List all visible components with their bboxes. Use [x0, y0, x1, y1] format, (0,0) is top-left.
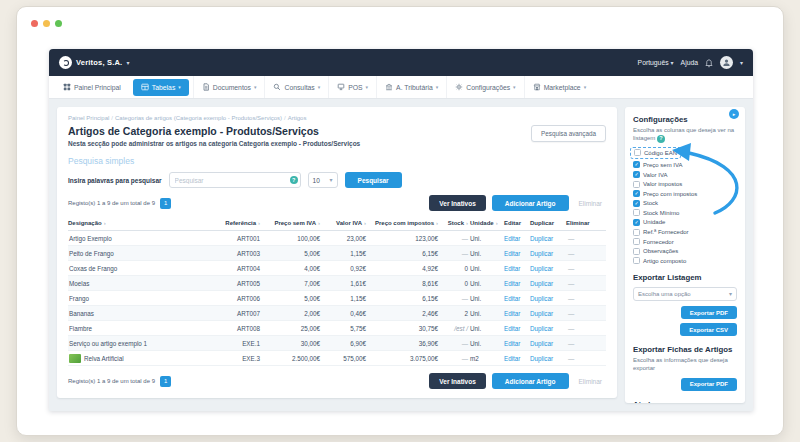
checkbox-icon[interactable]: ✓	[633, 161, 640, 168]
column-visibility-option[interactable]: Fornecedor	[633, 238, 737, 245]
advanced-search-button[interactable]: Pesquisa avançada	[531, 125, 606, 142]
column-visibility-option[interactable]: Ref.ª Fornecedor	[633, 229, 737, 236]
price-without-vat-cell: 2.500,00€	[260, 355, 320, 362]
close-window-button[interactable]	[31, 20, 38, 27]
edit-link[interactable]: Editar	[502, 325, 528, 332]
add-article-button[interactable]: Adicionar Artigo	[492, 195, 569, 211]
nav-item-marketplace[interactable]: Marketplace ▾	[524, 76, 595, 98]
price-without-vat-cell: 5,00€	[260, 250, 320, 257]
table-row[interactable]: Serviço ou artigo exemplo 1 EXE.1 30,00€…	[68, 336, 606, 351]
nav-item-documentos[interactable]: Documentos ▾	[193, 76, 265, 98]
page-1-button[interactable]: 1	[160, 198, 171, 209]
table-row[interactable]: Bananas ART007 2,00€ 0,46€ 2,46€ 2 Uni. …	[68, 306, 606, 321]
duplicate-link[interactable]: Duplicar	[528, 355, 564, 362]
export-csv-button[interactable]: Exportar CSV	[680, 323, 737, 336]
user-avatar[interactable]	[720, 56, 733, 69]
page-size-select[interactable]: 10▾	[308, 172, 338, 188]
help-question-icon[interactable]: ?	[657, 135, 665, 143]
checkbox-icon[interactable]	[633, 229, 640, 236]
edit-link[interactable]: Editar	[502, 310, 528, 317]
nav-item-pos[interactable]: POS ▾	[328, 76, 376, 98]
column-visibility-option[interactable]: Stock Mínimo	[633, 209, 737, 216]
page-1-button-bottom[interactable]: 1	[160, 376, 171, 387]
checkbox-icon[interactable]	[633, 181, 640, 188]
duplicate-link[interactable]: Duplicar	[528, 280, 564, 287]
column-visibility-option[interactable]: Observações	[633, 248, 737, 255]
export-option-select[interactable]: Escolha uma opção▾	[633, 287, 737, 301]
column-header-2[interactable]: Referência›	[210, 220, 260, 226]
delete-button-bottom[interactable]: Eliminar	[575, 374, 606, 389]
column-visibility-option[interactable]: ✓ Unidade	[633, 219, 737, 226]
breadcrumb-link-categorias[interactable]: Categorias de artigos (Categoria exemplo…	[115, 115, 282, 121]
duplicate-link[interactable]: Duplicar	[528, 250, 564, 257]
table-row[interactable]: Coxas de Frango ART004 4,00€ 0,92€ 4,92€…	[68, 261, 606, 276]
column-header-1[interactable]: Designação›	[68, 220, 210, 226]
column-header-6[interactable]: Stock›	[438, 220, 468, 226]
export-sheets-pdf-button[interactable]: Exportar PDF	[681, 378, 737, 391]
column-header-5[interactable]: Preço com impostos›	[366, 220, 438, 226]
column-visibility-option[interactable]: ✓ Stock	[633, 200, 737, 207]
checkbox-icon[interactable]	[633, 238, 640, 245]
zoom-window-button[interactable]	[55, 20, 62, 27]
table-row[interactable]: Artigo Exemplo ART001 100,00€ 23,00€ 123…	[68, 231, 606, 246]
checkbox-icon[interactable]: ✓	[633, 190, 640, 197]
edit-link[interactable]: Editar	[502, 250, 528, 257]
column-visibility-option[interactable]: ✓ Preço com impostos	[633, 190, 737, 197]
duplicate-link[interactable]: Duplicar	[528, 340, 564, 347]
table-row[interactable]: Peito de Frango ART003 5,00€ 1,15€ 6,15€…	[68, 246, 606, 261]
edit-link[interactable]: Editar	[502, 235, 528, 242]
checkbox-icon[interactable]: ✓	[633, 200, 640, 207]
help-link[interactable]: Ajuda	[681, 59, 698, 66]
checkbox-icon[interactable]: ✓	[633, 171, 640, 178]
table-row[interactable]: Moelas ART005 7,00€ 1,61€ 8,61€ 0 Uni. E…	[68, 276, 606, 291]
nav-item-consultas[interactable]: Consultas ▾	[264, 76, 328, 98]
checkbox-icon[interactable]	[633, 209, 640, 216]
checkbox-icon[interactable]: ✓	[633, 219, 640, 226]
table-row[interactable]: Relva Artificial EXE.3 2.500,00€ 575,00€…	[68, 351, 606, 366]
column-header-4[interactable]: Valor IVA›	[320, 220, 366, 226]
column-header-3[interactable]: Preço sem IVA›	[260, 220, 320, 226]
view-inactive-button[interactable]: Ver Inativos	[429, 195, 486, 211]
checkbox-icon[interactable]	[634, 149, 641, 156]
nav-item-painel-principal[interactable]: Painel Principal	[55, 76, 129, 98]
nav-item-a-tributaria[interactable]: A. Tributária ▾	[376, 76, 446, 98]
nav-item-configuracoes[interactable]: Configurações ▾	[446, 76, 523, 98]
help-question-icon[interactable]: ?	[290, 176, 298, 184]
add-article-button-bottom[interactable]: Adicionar Artigo	[492, 373, 569, 389]
edit-link[interactable]: Editar	[502, 355, 528, 362]
search-button[interactable]: Pesquisar	[345, 172, 402, 188]
column-visibility-option[interactable]: Artigo composto	[633, 257, 737, 264]
edit-link[interactable]: Editar	[502, 340, 528, 347]
search-input[interactable]	[169, 172, 301, 188]
duplicate-link[interactable]: Duplicar	[528, 235, 564, 242]
chevron-down-icon[interactable]: ▾	[740, 60, 743, 66]
edit-link[interactable]: Editar	[502, 265, 528, 272]
duplicate-link[interactable]: Duplicar	[528, 325, 564, 332]
minimize-window-button[interactable]	[43, 20, 50, 27]
duplicate-link[interactable]: Duplicar	[528, 295, 564, 302]
column-visibility-option[interactable]: ✓ Valor IVA	[633, 171, 737, 178]
view-inactive-button-bottom[interactable]: Ver Inativos	[429, 373, 486, 389]
search-label: Insira palavras para pesquisar	[68, 177, 162, 184]
delete-button[interactable]: Eliminar	[575, 196, 606, 211]
gear-icon	[455, 83, 463, 91]
edit-link[interactable]: Editar	[502, 280, 528, 287]
language-selector[interactable]: Português▾	[638, 59, 674, 66]
table-row[interactable]: Frango ART006 5,00€ 1,15€ 6,15€ — Uni. E…	[68, 291, 606, 306]
nav-item-tabelas[interactable]: Tabelas ▾	[133, 79, 189, 96]
column-header-7[interactable]: Unidade›	[468, 220, 502, 226]
column-visibility-option[interactable]: Valor impostos	[633, 181, 737, 188]
table-row[interactable]: Fiambre ART008 25,00€ 5,75€ 30,75€ /est …	[68, 321, 606, 336]
export-sheets-buttons: Exportar PDF	[633, 378, 737, 391]
duplicate-link[interactable]: Duplicar	[528, 310, 564, 317]
checkbox-icon[interactable]	[633, 248, 640, 255]
export-pdf-button[interactable]: Exportar PDF	[681, 306, 737, 319]
company-switcher[interactable]: Veritos, S.A. ▾	[59, 56, 129, 69]
duplicate-link[interactable]: Duplicar	[528, 265, 564, 272]
breadcrumb-link-painel[interactable]: Painel Principal	[68, 115, 109, 121]
notifications-bell-icon[interactable]	[705, 54, 713, 72]
column-visibility-option[interactable]: ✓ Preço sem IVA	[633, 161, 737, 168]
column-visibility-option[interactable]: Código EAN	[630, 147, 681, 159]
checkbox-icon[interactable]	[633, 257, 640, 264]
edit-link[interactable]: Editar	[502, 295, 528, 302]
